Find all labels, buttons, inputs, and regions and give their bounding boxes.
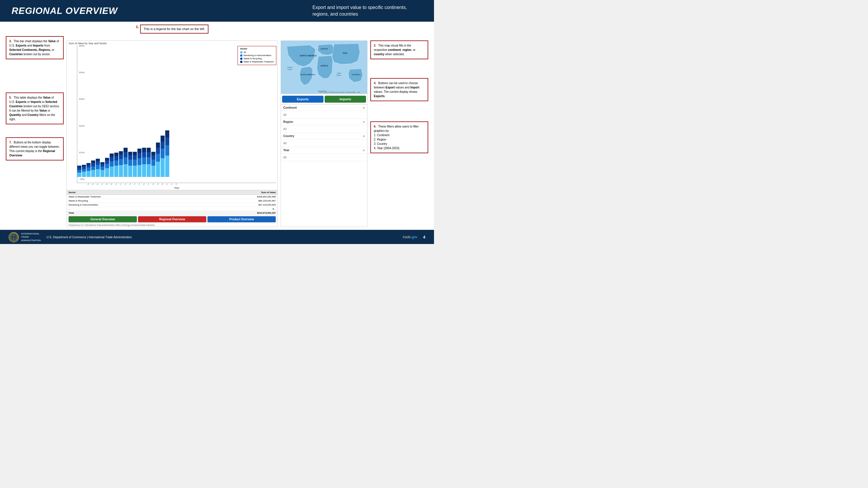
bar-segment-0 [82, 172, 86, 177]
cell-sector: Waste & Recycling [67, 199, 197, 203]
bar-group-2010 [105, 45, 109, 177]
year-filter[interactable]: Year ∨ [281, 147, 367, 154]
country-filter-label: Country [283, 134, 294, 138]
bar-segment-2 [151, 155, 155, 160]
cell-sector: Total [67, 211, 197, 215]
right-annotations: 2. This map visual fills in the respecti… [370, 25, 428, 227]
bar-segment-1 [151, 160, 155, 166]
cell-value: $... [197, 207, 277, 211]
year-chevron-icon: ∨ [363, 149, 365, 152]
bar-segment-1 [96, 165, 100, 169]
product-overview-button[interactable]: Product Overview [208, 216, 276, 222]
prepared-by: Prepared by U.S. International Trade Adm… [67, 224, 277, 227]
region-filter[interactable]: Region ∨ [281, 119, 367, 125]
bar-segment-3 [165, 130, 169, 137]
bar-segment-3 [91, 160, 95, 163]
bar-group-2007 [91, 45, 95, 177]
exports-button[interactable]: Exports [282, 96, 323, 103]
footer: INTERNATIONAL TRADE ADMINISTRATION U.S. … [0, 230, 434, 244]
bar-segment-2 [165, 137, 169, 145]
annotation-5: 5. This table displays the Value of U.S.… [6, 93, 64, 124]
cell-value: $89,100,844,967 [197, 199, 277, 203]
bar-segment-2 [161, 142, 165, 149]
annotation-5-number: 5. [9, 96, 11, 99]
page-title: REGIONAL OVERVIEW [11, 5, 312, 16]
bar-segment-0 [119, 165, 123, 177]
footer-page-number: 4 [423, 235, 425, 239]
bar-segment-3 [161, 136, 165, 142]
col-sector: Sector [67, 190, 197, 195]
country-filter[interactable]: Country ∨ [281, 133, 367, 139]
bar-segment-3 [151, 152, 155, 155]
bar-group-2009 [100, 45, 104, 177]
imports-button[interactable]: Imports [324, 96, 366, 103]
annotation-6-number: 6. [374, 125, 376, 128]
bar-segment-1 [100, 166, 104, 170]
svg-text:AFRICA: AFRICA [320, 65, 328, 67]
bar-group-2004 [77, 45, 81, 177]
year-filter-label: Year [283, 149, 289, 152]
bar-group-2022 [161, 45, 165, 177]
bar-chart-inner [77, 45, 276, 183]
svg-text:Ocean: Ocean [337, 74, 341, 76]
export-import-buttons: Exports Imports [281, 94, 368, 105]
bar-segment-3 [133, 152, 137, 155]
country-chevron-icon: ∨ [363, 134, 365, 138]
bar-group-2016 [133, 45, 137, 177]
bar-group-2019 [147, 45, 151, 177]
country-filter-value: All [283, 142, 286, 145]
bar-group-2015 [128, 45, 132, 177]
continent-filter-value: All [283, 113, 286, 117]
continent-filter[interactable]: Continent ∨ [281, 105, 367, 111]
region-filter-value-row: All [281, 125, 367, 133]
cell-value: $613,673,002,187 [197, 211, 277, 215]
footer-logo-line2: TRADE [21, 235, 41, 238]
bar-segment-3 [110, 154, 114, 157]
bar-segment-3 [119, 151, 123, 155]
data-table: Sector Sum of Value Water & Wastewater T… [67, 190, 277, 215]
bar-segment-3 [156, 142, 160, 148]
bar-segment-0 [151, 166, 155, 177]
legend-dot-monitoring [240, 54, 243, 57]
annotation-1-number: 1. [136, 25, 139, 29]
region-filter-value: All [283, 128, 286, 131]
annotation-6: 6. These filters allow users to filter g… [370, 122, 428, 153]
annotation-2: 2. This map visual fills in the respecti… [370, 40, 428, 59]
legend-label-monitoring: Monitoring & Instrumentation [244, 54, 271, 57]
bar-segment-2 [156, 148, 160, 154]
bar-segment-3 [142, 148, 146, 152]
annotation-7-number: 7. [9, 141, 11, 144]
annotation-1-text: This is a legend for the bar chart on th… [144, 27, 205, 31]
bar-chart: $50bn $40bn $30bn $20bn $10bn $0bn 0 [67, 45, 277, 190]
bar-segment-0 [124, 164, 128, 177]
general-overview-button[interactable]: General Overview [69, 216, 137, 222]
legend-item-waste: Waste & Recycling [240, 57, 274, 60]
bar-segment-2 [100, 164, 104, 166]
bar-segment-3 [147, 148, 151, 152]
table-row: Water & Wastewater Treatment$406,894,280… [67, 195, 277, 199]
bar-segment-1 [105, 164, 109, 168]
svg-text:Indian: Indian [337, 72, 341, 74]
year-filter-value: All [283, 156, 286, 159]
continent-chevron-icon: ∨ [363, 106, 365, 109]
bar-segment-1 [165, 145, 169, 156]
footer-logo-line1: INTERNATIONAL [21, 232, 41, 235]
annotation-4-number: 4. [374, 82, 376, 85]
bar-segment-0 [133, 166, 137, 177]
regional-overview-button[interactable]: Regional Overview [138, 216, 206, 222]
bar-segment-1 [156, 154, 160, 162]
bar-group-2018 [142, 45, 146, 177]
annotation-3: 3. This bar chart displays the Value of … [6, 36, 64, 59]
bar-group-2005 [82, 45, 86, 177]
bar-segment-1 [82, 169, 86, 172]
legend-item-water: Water & Wastewater Treatment [240, 60, 274, 63]
bar-segment-1 [142, 157, 146, 164]
bar-segment-1 [137, 158, 142, 165]
bar-segment-2 [96, 161, 100, 165]
annotation-5-text: This table displays the Value of U.S. Ex… [9, 96, 60, 121]
bar-segment-1 [114, 160, 118, 166]
col-value: Sum of Value [197, 190, 277, 195]
svg-text:Atlantic: Atlantic [287, 66, 292, 68]
x-axis-labels: 0405060708091011121314151617181920212223 [77, 183, 276, 186]
cell-sector: Monitoring & Instrumentation [67, 203, 197, 207]
